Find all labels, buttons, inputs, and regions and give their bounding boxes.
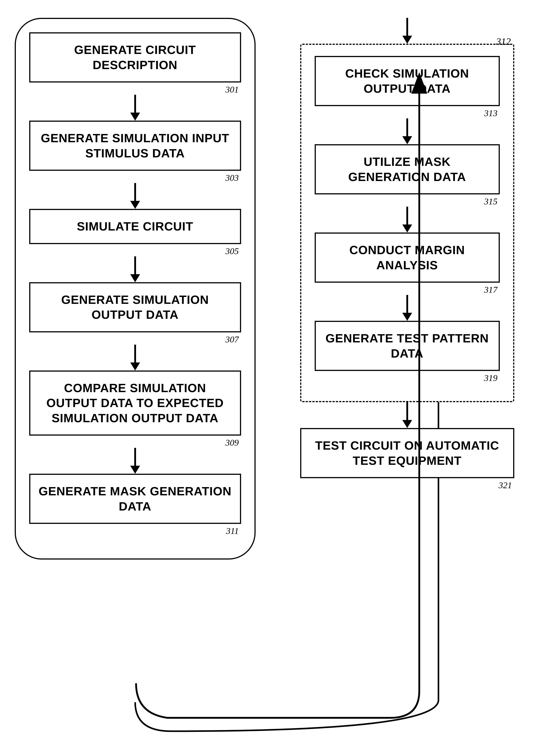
step-311-wrapper: GENERATE MASK GENERATION DATA 311 [29,474,241,536]
step-319-wrapper: GENERATE TEST PATTERN DATA 319 [315,321,500,383]
arrow-309-311 [29,448,241,474]
step-313-wrapper: CHECK SIMULATION OUTPUT DATA 313 [315,56,500,118]
step-315-wrapper: UTILIZE MASK GENERATION DATA 315 [315,144,500,207]
arrow-317-319 [315,295,500,321]
arrow-315-317 [315,207,500,232]
step-309: COMPARE SIMULATION OUTPUT DATA TO EXPECT… [29,370,241,436]
step-305: SIMULATE CIRCUIT [29,209,241,244]
arrow-307-309 [29,345,241,370]
label-312: 312 [496,36,511,47]
step-321-wrapper: TEST CIRCUIT ON AUTOMATIC TEST EQUIPMENT… [300,428,514,490]
arrow-into-313 [300,18,514,44]
step-319: GENERATE TEST PATTERN DATA [315,321,500,371]
step-317: CONDUCT MARGIN ANALYSIS [315,232,500,283]
step-311: GENERATE MASK GENERATION DATA [29,474,241,524]
right-column: 312 CHECK SIMULATION OUTPUT DATA 313 UTI… [300,18,514,559]
step-309-wrapper: COMPARE SIMULATION OUTPUT DATA TO EXPECT… [29,370,241,448]
step-307: GENERATE SIMULATION OUTPUT DATA [29,282,241,332]
step-301-wrapper: GENERATE CIRCUIT DESCRIPTION 301 [29,32,241,95]
left-column: GENERATE CIRCUIT DESCRIPTION 301 GENERAT… [15,18,256,559]
step-303-wrapper: GENERATE SIMULATION INPUT STIMULUS DATA … [29,121,241,183]
step-303: GENERATE SIMULATION INPUT STIMULUS DATA [29,121,241,171]
step-313: CHECK SIMULATION OUTPUT DATA [315,56,500,106]
arrow-301-303 [29,95,241,121]
step-307-wrapper: GENERATE SIMULATION OUTPUT DATA 307 [29,282,241,345]
step-301: GENERATE CIRCUIT DESCRIPTION [29,32,241,82]
step-321: TEST CIRCUIT ON AUTOMATIC TEST EQUIPMENT [300,428,514,478]
step-315: UTILIZE MASK GENERATION DATA [315,144,500,194]
flow-diagram: GENERATE CIRCUIT DESCRIPTION 301 GENERAT… [15,18,546,559]
left-outer-box: GENERATE CIRCUIT DESCRIPTION 301 GENERAT… [15,18,256,559]
arrow-313-315 [315,118,500,144]
arrow-303-305 [29,183,241,209]
step-305-wrapper: SIMULATE CIRCUIT 305 [29,209,241,256]
right-dashed-box: 312 CHECK SIMULATION OUTPUT DATA 313 UTI… [300,44,514,402]
step-317-wrapper: CONDUCT MARGIN ANALYSIS 317 [315,232,500,295]
arrow-319-321 [300,402,514,428]
arrow-305-307 [29,256,241,282]
